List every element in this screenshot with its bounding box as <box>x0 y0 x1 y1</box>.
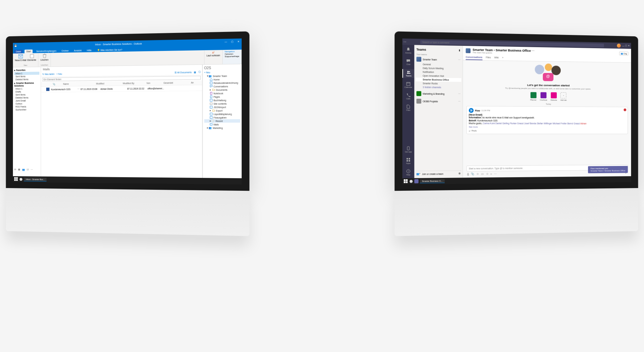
folder-rss[interactable]: RSS Feeds <box>14 105 39 108</box>
tree-export[interactable]: ▸ Export <box>204 109 240 112</box>
tree-pages[interactable]: Pages <box>204 95 240 98</box>
rail-calls[interactable]: Calls <box>402 92 414 101</box>
taskbar-teams-window[interactable]: Smarter Business O... <box>420 179 445 183</box>
tab-view[interactable]: Ansicht <box>72 49 83 52</box>
col-modifiedby[interactable]: Modified By <box>123 82 140 85</box>
delete-button[interactable]: Löschen <box>40 54 49 61</box>
tree-marketing[interactable]: ▸ 👥 Marketing <box>204 126 240 129</box>
channel-more-icon[interactable]: ⋯ <box>532 49 535 53</box>
tile-website[interactable]: Website <box>551 92 557 101</box>
tab-help[interactable]: Hilfe <box>85 49 93 52</box>
start-button[interactable] <box>14 177 18 181</box>
tile-onenote[interactable]: OneNote <box>540 92 547 101</box>
rail-teams[interactable]: Teams <box>402 69 414 78</box>
hidden-channels[interactable]: 3 hidden channels <box>416 85 461 89</box>
org-button[interactable]: 👥 Org <box>619 52 628 55</box>
team-more-icon[interactable]: ⋯ <box>458 58 460 61</box>
see-more-link[interactable]: See more <box>469 126 626 129</box>
tile-addtab[interactable]: +Add tab <box>560 92 567 101</box>
tile-planner[interactable]: Planner <box>530 92 537 101</box>
new-items-button[interactable]: Elemente <box>27 54 36 61</box>
support-button[interactable]: Supportanfrage <box>225 55 239 58</box>
profile-avatar[interactable] <box>617 43 621 48</box>
account-header[interactable]: ▸ Smarter Business Solutions <box>14 82 39 87</box>
taskbar-outlook[interactable]: Inbox - Smarter Bus... <box>24 178 47 181</box>
tree-site[interactable]: Site contents <box>204 102 240 106</box>
col-modified[interactable]: Modified <box>96 82 116 85</box>
new-email-button[interactable]: Neue E-Mail <box>15 54 26 61</box>
folder-deleted[interactable]: Deleted Items <box>14 78 39 81</box>
tree-recent[interactable]: ▸ 🕓 Recent <box>204 119 240 123</box>
maximize-button[interactable]: ▢ <box>231 40 234 43</box>
back-button[interactable]: ‹ <box>404 40 404 43</box>
more-nav-icon[interactable]: ⋯ <box>31 168 33 171</box>
calendar-nav-icon[interactable]: ▦ <box>18 168 20 171</box>
mail-row[interactable]: Kundenwunsch O2S ⋯ 07.11.2019 23:08 Adna… <box>41 85 202 92</box>
meet-icon[interactable]: ▹ <box>491 172 492 175</box>
options-button[interactable]: Optionen <box>225 53 239 55</box>
people-nav-icon[interactable]: 👥 <box>22 168 25 171</box>
rail-calendar[interactable]: Calendar <box>402 80 414 89</box>
col-name[interactable]: Name <box>63 82 90 85</box>
tasks-nav-icon[interactable]: ☑ <box>27 168 29 171</box>
rail-files[interactable]: Files <box>402 104 414 112</box>
tree-mails[interactable]: Mails <box>204 123 240 126</box>
favorites-header[interactable]: ▸ Favoriten <box>14 69 39 72</box>
minimize-button[interactable]: — <box>224 40 227 43</box>
forward-button[interactable]: › <box>405 40 406 43</box>
nav-button[interactable]: Navigation <box>225 50 239 53</box>
reload-button[interactable]: ↻ Neu laden <box>42 73 54 75</box>
start-button[interactable] <box>404 179 408 183</box>
col-an[interactable]: An <box>191 81 194 84</box>
attach-icon[interactable]: 📎 <box>471 172 474 175</box>
new-mail-button[interactable]: + Neu <box>56 73 62 75</box>
gif-icon[interactable]: ▭ <box>481 172 484 175</box>
tree-json[interactable]: JSONImport <box>204 105 240 109</box>
mention-toast[interactable]: Flow mentioned you Smarter Team / Smarte… <box>588 166 628 173</box>
join-team-button[interactable]: Join or create a team <box>422 172 443 175</box>
rail-apps[interactable]: Apps <box>402 156 414 165</box>
team-more-icon[interactable]: ⋯ <box>458 100 460 103</box>
reply-button[interactable]: ↩ Reply <box>469 129 626 132</box>
format-icon[interactable]: A̲ <box>467 172 469 175</box>
flow-message[interactable]: Flow 11:04 PM [Neue Email] Information: … <box>466 106 628 134</box>
tab-folder[interactable]: Ordner <box>60 49 71 53</box>
view-toggle-icon[interactable]: ▦ <box>194 71 196 74</box>
search-taskbar-icon[interactable]: ⚪ <box>19 178 22 181</box>
sp-new-button[interactable]: + Neu <box>204 71 240 74</box>
team-smarter[interactable]: Smarter Team ⋯ <box>416 56 461 63</box>
join-team-icon[interactable]: 👥⁺ <box>417 172 421 175</box>
tab-conversations[interactable]: Conversations <box>466 55 482 60</box>
rail-getapp[interactable]: Get app <box>402 145 414 154</box>
settings-gear-icon[interactable]: ⚙ <box>459 172 461 175</box>
close-button[interactable]: ✕ <box>628 44 630 47</box>
read-aloud-button[interactable]: A) Laut vorlesen <box>206 51 220 57</box>
emoji-icon[interactable]: ☺ <box>476 172 479 175</box>
taskbar-teams-icon[interactable] <box>414 179 418 183</box>
tree-fix[interactable]: Fixausgaben <box>204 116 240 119</box>
tree-buch[interactable]: Buchhaltung <box>204 98 240 102</box>
col-gesendet[interactable]: Gesendet <box>164 81 184 84</box>
tab-start[interactable]: Start <box>25 50 33 53</box>
tab-files[interactable]: Files <box>486 55 491 60</box>
rail-activity[interactable]: Activity <box>402 46 414 55</box>
search-taskbar-icon[interactable]: ⚪ <box>409 180 413 183</box>
tab-wiki[interactable]: Wiki <box>494 55 499 60</box>
minimize-button[interactable]: — <box>622 44 624 47</box>
filter-icon[interactable]: ⫾ <box>459 49 461 52</box>
all-docs-filter[interactable]: ☰ All Documents <box>174 71 191 74</box>
rail-chat[interactable]: Chat <box>402 58 414 67</box>
folder-outbox[interactable]: Outbox <box>14 102 39 105</box>
tab-file[interactable]: Datei <box>14 50 23 53</box>
tree-liquid[interactable]: Liquiditätsplanung <box>204 112 240 116</box>
mail-nav-icon[interactable]: ✉ <box>14 168 16 171</box>
rail-help[interactable]: ?Help <box>402 168 414 177</box>
info-icon[interactable]: ⓘ <box>198 71 201 74</box>
team-more-icon[interactable]: ⋯ <box>458 92 460 95</box>
more-compose-icon[interactable]: ⋯ <box>494 172 497 175</box>
sticker-icon[interactable]: ☺ <box>486 172 489 175</box>
maximize-button[interactable]: ▢ <box>625 44 627 47</box>
col-von[interactable]: Von <box>146 82 157 84</box>
team-oebb[interactable]: OEBB Projekte ⋯ <box>416 98 461 105</box>
team-marketing[interactable]: Marketing & Branding ⋯ <box>416 90 461 97</box>
